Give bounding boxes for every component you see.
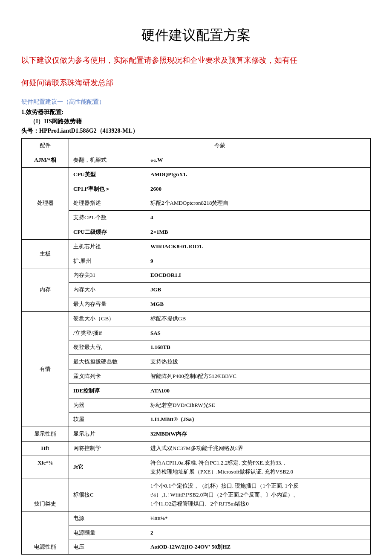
spec-val: 标配不提供GB — [146, 311, 371, 326]
table-row: Hft 网将控制学 进入式双NC37M多功能千兆网络及£界 — [22, 441, 371, 456]
spec-key: 显示芯片 — [69, 427, 146, 442]
table-row: 为器 标纪若空DVD/CIhRW光SE — [22, 398, 371, 413]
spec-key: CPU二级缓存 — [69, 225, 146, 240]
spec-key: CPU英型 — [69, 167, 146, 182]
table-row: IDE控制谆 ATA100 — [22, 384, 371, 398]
config-line-2: （I）HS网路效劳藉 — [21, 118, 371, 125]
spec-val: 1个小0.1个定位没，（乩杯）接口. 現施插口（1个正面. 1个反 t⅛）,1.… — [146, 479, 371, 511]
spec-val: 符台ACPI1.0a.标准. 符台PC1.2.2标定. 文势PXE.支持33. … — [146, 456, 371, 479]
spec-key: 孟攵阵列卡 — [69, 369, 146, 384]
spec-val: AαiOD-12W/2(IO-24OV' 50划HZ — [146, 540, 371, 555]
table-row: 最大拣担拨硬叁數 支持热拉拔 — [22, 355, 371, 369]
table-row: 最大内存容量 MGB — [22, 297, 371, 311]
spec-key: 网将控制学 — [69, 441, 146, 456]
spec-key: 硬登最大容, — [69, 340, 146, 355]
spec-val: ATA100 — [146, 384, 371, 398]
spec-val: ⅛tttt⅛* — [146, 511, 371, 526]
spec-key: 为器 — [69, 398, 146, 413]
page-title: 硬件建议配置方案 — [21, 26, 371, 45]
table-row: CPU二级缓存 2×1MB — [22, 225, 371, 240]
spec-key: 内存大小 — [69, 283, 146, 297]
notice-text-2: 何疑问请联系珠海研发总部 — [21, 76, 371, 90]
spec-val: 智能阵列P400挖制8配方512®BBVC — [146, 369, 371, 384]
header-category: 配件 — [22, 139, 69, 153]
config-subheading: 硬件配置建议一（高性能配置） — [21, 98, 371, 106]
spec-key: IDE控制谆 — [69, 384, 146, 398]
spec-val: 1.I1.MBtt®（JSa） — [146, 413, 371, 427]
cat-net: Hft — [22, 441, 69, 456]
table-header-row: 配件 今蒙 — [22, 139, 371, 153]
table-row: 处理器指述 标配2个AMDOptcron8218焚理自 — [22, 196, 371, 211]
table-row: 内存大小 JGB — [22, 283, 371, 297]
spec-key: Jt它 — [69, 456, 146, 479]
table-row: 软屋 1.I1.MBtt®（JSa） — [22, 413, 371, 427]
table-row: 处理器 CPU英型 AMDQPtgnX1. — [22, 167, 371, 182]
spec-val: 2 — [146, 526, 371, 540]
spec-val: JGB — [146, 283, 371, 297]
table-row: /立类登/插if SAS — [22, 326, 371, 340]
spec-key: 最大内存容量 — [69, 297, 146, 311]
spec-table: 配件 今蒙 AJM/*相 奏翻，机架式 ««.W 处理器 CPU英型 AMDQP… — [21, 138, 371, 555]
table-row: 技门类史 标很接C 1个小0.1个定位没，（乩杯）接口. 現施插口（1个正面. … — [22, 479, 371, 511]
spec-val: 进入式双NC37M多功能千兆网络及£界 — [146, 441, 371, 456]
spec-key: 主机芯片祖 — [69, 239, 146, 254]
spec-val: 4 — [146, 211, 371, 225]
spec-val: WIRIACK8-01.IOO1. — [146, 239, 371, 254]
spec-val: EOCDOR1.I — [146, 268, 371, 283]
spec-key: 最大拣担拨硬叁數 — [69, 355, 146, 369]
spec-key: 扩.展州 — [69, 254, 146, 268]
spec-key: 奏翻，机架式 — [69, 153, 146, 168]
cat-io: 技门类史 — [22, 479, 69, 511]
table-row: 孟攵阵列卡 智能阵列P400挖制8配方512®BBVC — [22, 369, 371, 384]
spec-key: /立类登/插if — [69, 326, 146, 340]
cat-display: 显示性能 — [22, 427, 69, 442]
spec-key: 硬盘大小（GB） — [69, 311, 146, 326]
spec-key: 内存美31 — [69, 268, 146, 283]
table-row: 内存 内存美31 EOCDOR1.I — [22, 268, 371, 283]
spec-key: 软屋 — [69, 413, 146, 427]
spec-key: 电压 — [69, 540, 146, 555]
spec-val: ««.W — [146, 153, 371, 168]
spec-val: AMDQPtgnX1. — [146, 167, 371, 182]
header-value: 今蒙 — [69, 139, 371, 153]
table-row: Xfe*⅛ Jt它 符台ACPI1.0a.标准. 符台PC1.2.2标定. 文势… — [22, 456, 371, 479]
table-row: 电源颐量 2 — [22, 526, 371, 540]
spec-val: 2×1MB — [146, 225, 371, 240]
spec-val: 2600 — [146, 182, 371, 196]
spec-key: CP1.f'率制也＞ — [69, 182, 146, 196]
spec-key: 支持CP1.个数 — [69, 211, 146, 225]
spec-key: 电源 — [69, 511, 146, 526]
table-row: 显示性能 显示芯片 32MBDiW内存 — [22, 427, 371, 442]
spec-key: 标很接C — [69, 479, 146, 511]
spec-val: 9 — [146, 254, 371, 268]
spec-key: 电源颐量 — [69, 526, 146, 540]
cat-cpu: 处理器 — [22, 167, 69, 239]
cat-power: 电源性能 — [22, 511, 69, 554]
spec-val: 32MBDiW内存 — [146, 427, 371, 442]
table-row: CP1.f'率制也＞ 2600 — [22, 182, 371, 196]
cat-ajm: AJM/*相 — [22, 153, 69, 168]
table-row: 扩.展州 9 — [22, 254, 371, 268]
table-row: 电源性能 电源 ⅛tttt⅛* — [22, 511, 371, 526]
table-row: 主板 主机芯片祖 WIRIACK8-01.IOO1. — [22, 239, 371, 254]
table-row: 支持CP1.个数 4 — [22, 211, 371, 225]
spec-val: 标纪若空DVD/CIhRW光SE — [146, 398, 371, 413]
table-row: AJM/*相 奏翻，机架式 ««.W — [22, 153, 371, 168]
spec-val: 1.168TB — [146, 340, 371, 355]
cat-storage: 有情 — [22, 311, 69, 427]
config-line-3: 头号：HPPro1.iantD1.58δG2（413928-M1.） — [21, 127, 371, 135]
spec-val: 标配2个AMDOptcron8218焚理自 — [146, 196, 371, 211]
spec-val: SAS — [146, 326, 371, 340]
table-row: 电压 AαiOD-12W/2(IO-24OV' 50划HZ — [22, 540, 371, 555]
cat-other: Xfe*⅛ — [22, 456, 69, 479]
table-row: 有情 硬盘大小（GB） 标配不提供GB — [22, 311, 371, 326]
spec-val: 支持热拉拔 — [146, 355, 371, 369]
spec-key: 处理器指述 — [69, 196, 146, 211]
cat-mem: 内存 — [22, 268, 69, 311]
table-row: 硬登最大容, 1.168TB — [22, 340, 371, 355]
spec-val: MGB — [146, 297, 371, 311]
cat-mb: 主板 — [22, 239, 69, 268]
notice-text-1: 以下建议仅做为参考使用，实际配置请参照现况和企业要求及预算来修改，如有任 — [21, 53, 371, 67]
config-line-1: 1.效劳器班配置: — [21, 108, 371, 116]
